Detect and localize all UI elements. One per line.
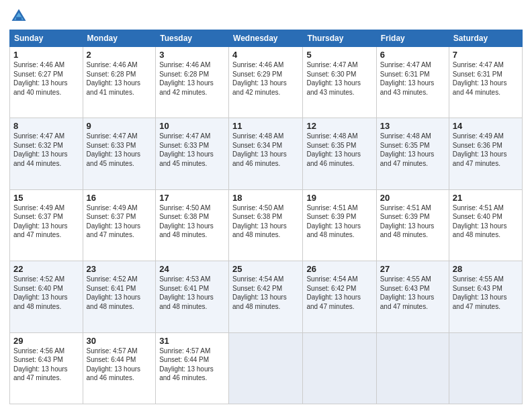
calendar-cell: 28Sunrise: 4:55 AM Sunset: 6:43 PM Dayli… [449,261,522,332]
day-number: 16 [87,193,152,203]
day-number: 3 [159,50,225,60]
week-row-2: 8Sunrise: 4:47 AM Sunset: 6:32 PM Daylig… [10,118,523,189]
calendar-cell: 26Sunrise: 4:54 AM Sunset: 6:42 PM Dayli… [303,261,376,332]
calendar-cell: 18Sunrise: 4:50 AM Sunset: 6:38 PM Dayli… [229,189,303,261]
day-info: Sunrise: 4:47 AM Sunset: 6:33 PM Dayligh… [159,132,225,168]
calendar-cell: 31Sunrise: 4:57 AM Sunset: 6:44 PM Dayli… [156,332,229,404]
day-info: Sunrise: 4:56 AM Sunset: 6:43 PM Dayligh… [13,347,79,383]
day-info: Sunrise: 4:50 AM Sunset: 6:38 PM Dayligh… [159,203,225,240]
calendar-cell [229,332,303,404]
day-info: Sunrise: 4:52 AM Sunset: 6:40 PM Dayligh… [13,275,79,311]
day-info: Sunrise: 4:52 AM Sunset: 6:41 PM Dayligh… [87,275,152,311]
day-info: Sunrise: 4:54 AM Sunset: 6:42 PM Dayligh… [306,275,372,311]
day-info: Sunrise: 4:47 AM Sunset: 6:31 PM Dayligh… [453,60,519,97]
calendar-cell: 1Sunrise: 4:46 AM Sunset: 6:27 PM Daylig… [10,47,83,118]
week-row-3: 15Sunrise: 4:49 AM Sunset: 6:37 PM Dayli… [10,189,523,261]
day-info: Sunrise: 4:49 AM Sunset: 6:36 PM Dayligh… [453,132,519,168]
day-info: Sunrise: 4:57 AM Sunset: 6:44 PM Dayligh… [159,347,225,383]
week-row-1: 1Sunrise: 4:46 AM Sunset: 6:27 PM Daylig… [10,47,523,118]
calendar-cell: 7Sunrise: 4:47 AM Sunset: 6:31 PM Daylig… [449,47,522,118]
day-number: 9 [87,121,152,131]
calendar-cell: 3Sunrise: 4:46 AM Sunset: 6:28 PM Daylig… [156,47,229,118]
day-number: 22 [13,264,79,274]
day-info: Sunrise: 4:49 AM Sunset: 6:37 PM Dayligh… [13,203,79,240]
day-info: Sunrise: 4:49 AM Sunset: 6:37 PM Dayligh… [87,203,152,240]
logo-icon [9,7,28,26]
calendar-cell: 4Sunrise: 4:46 AM Sunset: 6:29 PM Daylig… [229,47,303,118]
day-number: 1 [13,50,79,60]
day-number: 19 [306,193,372,203]
calendar-cell: 10Sunrise: 4:47 AM Sunset: 6:33 PM Dayli… [156,118,229,189]
day-info: Sunrise: 4:54 AM Sunset: 6:42 PM Dayligh… [232,275,299,311]
day-number: 30 [87,336,152,346]
calendar-cell: 5Sunrise: 4:47 AM Sunset: 6:30 PM Daylig… [303,47,376,118]
day-info: Sunrise: 4:47 AM Sunset: 6:31 PM Dayligh… [380,60,445,97]
day-number: 24 [159,264,225,274]
day-number: 10 [159,121,225,131]
day-number: 28 [453,264,519,274]
col-sunday: Sunday [10,30,83,47]
calendar-cell: 23Sunrise: 4:52 AM Sunset: 6:41 PM Dayli… [83,261,156,332]
col-wednesday: Wednesday [229,30,303,47]
day-info: Sunrise: 4:53 AM Sunset: 6:41 PM Dayligh… [159,275,225,311]
day-number: 17 [159,193,225,203]
day-info: Sunrise: 4:46 AM Sunset: 6:27 PM Dayligh… [13,60,79,97]
day-info: Sunrise: 4:51 AM Sunset: 6:39 PM Dayligh… [306,203,372,240]
calendar-cell: 2Sunrise: 4:46 AM Sunset: 6:28 PM Daylig… [83,47,156,118]
day-info: Sunrise: 4:46 AM Sunset: 6:28 PM Dayligh… [87,60,152,97]
day-number: 18 [232,193,299,203]
page-header [9,7,523,26]
day-number: 4 [232,50,299,60]
day-number: 12 [306,121,372,131]
calendar-cell: 16Sunrise: 4:49 AM Sunset: 6:37 PM Dayli… [83,189,156,261]
day-info: Sunrise: 4:46 AM Sunset: 6:28 PM Dayligh… [159,60,225,97]
calendar-cell: 9Sunrise: 4:47 AM Sunset: 6:33 PM Daylig… [83,118,156,189]
col-tuesday: Tuesday [156,30,229,47]
week-row-4: 22Sunrise: 4:52 AM Sunset: 6:40 PM Dayli… [10,261,523,332]
day-number: 15 [13,193,79,203]
calendar-cell: 8Sunrise: 4:47 AM Sunset: 6:32 PM Daylig… [10,118,83,189]
col-friday: Friday [376,30,449,47]
day-info: Sunrise: 4:48 AM Sunset: 6:35 PM Dayligh… [380,132,445,168]
day-number: 13 [380,121,445,131]
day-number: 11 [232,121,299,131]
day-number: 21 [453,193,519,203]
calendar-cell: 30Sunrise: 4:57 AM Sunset: 6:44 PM Dayli… [83,332,156,404]
day-info: Sunrise: 4:57 AM Sunset: 6:44 PM Dayligh… [87,347,152,383]
day-info: Sunrise: 4:47 AM Sunset: 6:30 PM Dayligh… [306,60,372,97]
day-info: Sunrise: 4:55 AM Sunset: 6:43 PM Dayligh… [453,275,519,311]
calendar-cell: 22Sunrise: 4:52 AM Sunset: 6:40 PM Dayli… [10,261,83,332]
calendar-cell: 15Sunrise: 4:49 AM Sunset: 6:37 PM Dayli… [10,189,83,261]
day-info: Sunrise: 4:51 AM Sunset: 6:39 PM Dayligh… [380,203,445,240]
day-number: 25 [232,264,299,274]
calendar-cell: 27Sunrise: 4:55 AM Sunset: 6:43 PM Dayli… [376,261,449,332]
calendar-cell: 12Sunrise: 4:48 AM Sunset: 6:35 PM Dayli… [303,118,376,189]
header-row: Sunday Monday Tuesday Wednesday Thursday… [10,30,523,47]
calendar-cell: 6Sunrise: 4:47 AM Sunset: 6:31 PM Daylig… [376,47,449,118]
calendar-cell [449,332,522,404]
calendar-cell: 20Sunrise: 4:51 AM Sunset: 6:39 PM Dayli… [376,189,449,261]
calendar-cell: 17Sunrise: 4:50 AM Sunset: 6:38 PM Dayli… [156,189,229,261]
logo [9,7,30,26]
day-info: Sunrise: 4:48 AM Sunset: 6:35 PM Dayligh… [306,132,372,168]
day-info: Sunrise: 4:47 AM Sunset: 6:33 PM Dayligh… [87,132,152,168]
day-info: Sunrise: 4:48 AM Sunset: 6:34 PM Dayligh… [232,132,299,168]
calendar-cell: 25Sunrise: 4:54 AM Sunset: 6:42 PM Dayli… [229,261,303,332]
calendar-cell: 21Sunrise: 4:51 AM Sunset: 6:40 PM Dayli… [449,189,522,261]
day-info: Sunrise: 4:51 AM Sunset: 6:40 PM Dayligh… [453,203,519,240]
day-number: 29 [13,336,79,346]
day-info: Sunrise: 4:50 AM Sunset: 6:38 PM Dayligh… [232,203,299,240]
day-number: 6 [380,50,445,60]
day-number: 8 [13,121,79,131]
col-thursday: Thursday [303,30,376,47]
col-saturday: Saturday [449,30,522,47]
week-row-5: 29Sunrise: 4:56 AM Sunset: 6:43 PM Dayli… [10,332,523,404]
col-monday: Monday [83,30,156,47]
svg-rect-2 [16,17,21,21]
day-number: 26 [306,264,372,274]
calendar-cell: 14Sunrise: 4:49 AM Sunset: 6:36 PM Dayli… [449,118,522,189]
day-info: Sunrise: 4:47 AM Sunset: 6:32 PM Dayligh… [13,132,79,168]
calendar-cell [303,332,376,404]
calendar-cell: 29Sunrise: 4:56 AM Sunset: 6:43 PM Dayli… [10,332,83,404]
day-number: 14 [453,121,519,131]
